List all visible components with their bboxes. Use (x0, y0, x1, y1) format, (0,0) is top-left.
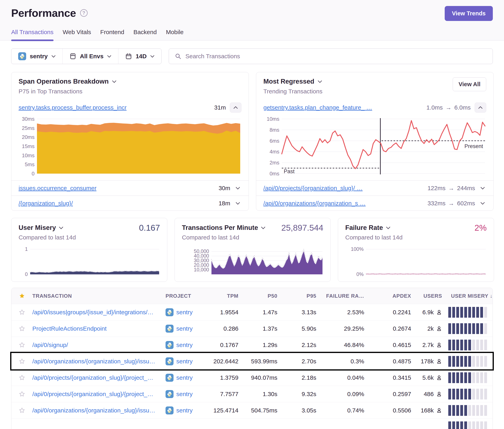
python-project-icon (166, 325, 173, 333)
span-expanded-row: sentry.tasks.process_buffer.process_incr… (11, 99, 249, 116)
tab-backend[interactable]: Backend (133, 29, 157, 40)
column-header-p95[interactable]: P95 (277, 293, 316, 299)
transaction-link[interactable]: /api/0/projects/{organization_slug}/{pro… (32, 391, 166, 397)
column-header-p50[interactable]: P50 (238, 293, 277, 299)
user-misery-title[interactable]: User Misery (18, 223, 56, 232)
expand-button[interactable] (479, 187, 486, 190)
star-toggle[interactable] (11, 309, 32, 316)
tpm-cell: 1.9554 (207, 309, 238, 316)
star-icon (18, 374, 25, 381)
help-icon[interactable]: ? (80, 9, 88, 17)
tab-frontend[interactable]: Frontend (100, 29, 124, 40)
user-misery-bar (442, 389, 493, 400)
table-row[interactable]: /api/0/signup/sentry0.17671.29s2.12s46.8… (11, 337, 493, 353)
regressed-transaction-link[interactable]: getsentry.tasks.plan_change_feature_ … (263, 104, 372, 111)
users-cell: 486 (411, 391, 442, 397)
svg-text:Present: Present (464, 143, 483, 149)
transaction-link[interactable]: /api/0/projects/{organization_slug}/{pro… (32, 374, 166, 381)
project-link[interactable]: sentry (166, 406, 207, 414)
regressed-card-subtitle: Trending Transactions (263, 88, 323, 95)
tab-mobile[interactable]: Mobile (166, 29, 183, 40)
collapse-button[interactable] (230, 103, 241, 113)
user-misery-bar (442, 307, 493, 318)
column-header-apdex[interactable]: APDEX (364, 293, 411, 299)
table-row[interactable] (11, 418, 493, 429)
chevron-down-icon (235, 202, 240, 205)
tab-web-vitals[interactable]: Web Vitals (63, 29, 91, 40)
regressed-transaction-link[interactable]: /api/0/organizations/{organization_s … (263, 200, 366, 207)
view-all-button[interactable]: View All (453, 78, 486, 91)
span-transaction-link[interactable]: sentry.tasks.process_buffer.process_incr (18, 104, 126, 111)
regression-to-value: 6.0ms (454, 104, 471, 111)
table-row[interactable]: /api/0/organizations/{organization_slug}… (11, 353, 493, 369)
column-header-tpm[interactable]: TPM (207, 293, 238, 299)
transaction-link[interactable]: ProjectRuleActionsEndpoint (32, 325, 166, 332)
table-row[interactable]: ProjectRuleActionsEndpointsentry0.2861.3… (11, 320, 493, 337)
transaction-link[interactable]: /api/0/signup/ (32, 341, 166, 348)
users-cell: 2k (411, 325, 442, 332)
expand-button[interactable] (234, 202, 241, 205)
star-toggle[interactable] (11, 325, 32, 332)
svg-text:20ms: 20ms (22, 134, 35, 140)
tpm-card: Transactions Per Minute 25,897.544 Compa… (174, 218, 331, 282)
table-row[interactable]: /api/0/projects/{organization_slug}/{pro… (11, 386, 493, 402)
collapse-button[interactable] (475, 103, 486, 113)
star-toggle[interactable] (11, 341, 32, 348)
table-row[interactable]: /api/0/organizations/{organization_slug}… (11, 402, 493, 418)
date-range-selector[interactable]: 14D (118, 49, 161, 64)
star-toggle[interactable] (11, 374, 32, 381)
column-header-project[interactable]: PROJECT (166, 293, 207, 299)
column-header-transaction[interactable]: TRANSACTION (32, 293, 166, 299)
span-card-title[interactable]: Span Operations Breakdown (18, 78, 109, 85)
column-header-users[interactable]: USERS (411, 293, 442, 299)
environment-selector-label: All Envs (80, 53, 103, 60)
star-toggle[interactable] (11, 358, 32, 365)
project-link[interactable]: sentry (166, 341, 207, 349)
svg-text:15ms: 15ms (22, 143, 35, 149)
failure-rate-cell: 0.74% (316, 407, 364, 414)
failure-rate-subtitle: Compared to last 14d (345, 234, 487, 241)
table-row[interactable]: /api/0/issues|groups/{issue_id}/integrat… (11, 304, 493, 320)
python-project-icon (166, 308, 173, 316)
tab-all-transactions[interactable]: All Transactions (11, 29, 54, 40)
transaction-link[interactable]: /api/0/organizations/{organization_slug}… (32, 358, 166, 365)
project-link[interactable]: sentry (166, 374, 207, 382)
regressed-card-title[interactable]: Most Regressed (263, 78, 314, 85)
column-header-user-misery[interactable]: USER MISERY ↓ (442, 293, 493, 299)
search-input[interactable]: Search Transactions (169, 48, 493, 64)
view-trends-button[interactable]: View Trends (445, 6, 493, 21)
project-link[interactable]: sentry (166, 357, 207, 365)
star-column-header[interactable] (11, 292, 32, 299)
column-header-failure-ra-[interactable]: FAILURE RA… (316, 293, 364, 299)
expand-button[interactable] (479, 202, 486, 205)
failure-rate-title[interactable]: Failure Rate (345, 223, 383, 232)
page-title: Performance (11, 7, 76, 19)
arrow-right-icon: → (448, 185, 454, 192)
p50-cell: 940.07ms (238, 374, 277, 381)
arrow-right-icon: → (448, 200, 454, 207)
chevron-down-icon (480, 187, 485, 190)
svg-text:10ms: 10ms (267, 117, 279, 122)
star-toggle[interactable] (11, 391, 32, 397)
expand-button[interactable] (234, 187, 241, 190)
user-misery-chart: 10 (18, 244, 160, 277)
project-selector[interactable]: sentry (11, 49, 63, 64)
tpm-title[interactable]: Transactions Per Minute (182, 223, 258, 232)
span-transaction-link[interactable]: issues.occurrence_consumer (18, 185, 97, 192)
chevron-up-icon (478, 106, 483, 109)
project-link[interactable]: sentry (166, 325, 207, 333)
project-link[interactable]: sentry (166, 390, 207, 398)
star-toggle[interactable] (11, 407, 32, 414)
regressed-transaction-link[interactable]: /api/0/projects/{organization_slug}/ … (263, 185, 363, 192)
table-row[interactable]: /api/0/projects/{organization_slug}/{pro… (11, 369, 493, 386)
svg-text:30ms: 30ms (22, 117, 35, 122)
svg-text:0: 0 (32, 171, 35, 177)
environment-selector[interactable]: All Envs (63, 49, 118, 64)
failure-rate-cell: 29.25% (316, 325, 364, 332)
transaction-link[interactable]: /api/0/issues|groups/{issue_id}/integrat… (32, 309, 166, 316)
users-cell: 2.7k (411, 341, 442, 348)
failure-rate-cell: 2.53% (316, 309, 364, 316)
transaction-link[interactable]: /api/0/organizations/{organization_slug}… (32, 407, 166, 414)
span-transaction-link[interactable]: /{organization_slug}/ (18, 200, 73, 207)
project-link[interactable]: sentry (166, 308, 207, 316)
